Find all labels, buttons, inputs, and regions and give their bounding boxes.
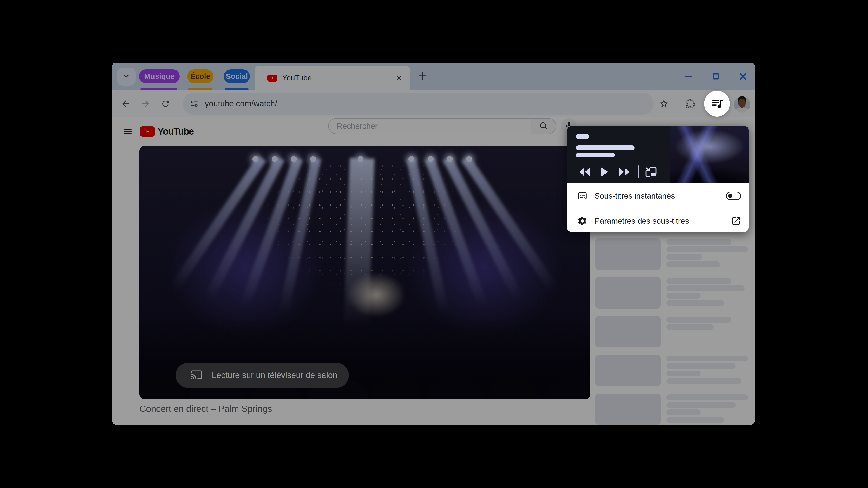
live-caption-icon xyxy=(577,191,588,201)
previous-track-button[interactable] xyxy=(575,164,594,180)
live-caption-label: Sous-titres instantanés xyxy=(594,191,726,200)
controls-divider xyxy=(638,165,639,178)
playback-controls xyxy=(575,164,659,180)
queue-music-icon xyxy=(710,96,724,111)
caption-settings-row[interactable]: Paramètres des sous-titres xyxy=(567,209,749,232)
gear-icon xyxy=(577,216,588,226)
live-caption-toggle-off[interactable] xyxy=(726,192,741,200)
skeleton-source-label xyxy=(576,134,589,139)
skeleton-track-title xyxy=(576,145,635,150)
skeleton-artist-name xyxy=(576,153,615,158)
browser-window: Musique École Social YouTube xyxy=(112,63,754,424)
global-media-controls-button[interactable] xyxy=(704,91,730,117)
play-button[interactable] xyxy=(594,164,614,180)
open-in-new-icon xyxy=(731,216,741,226)
caption-settings-label: Paramètres des sous-titres xyxy=(594,217,731,225)
album-artwork xyxy=(671,126,749,183)
picture-in-picture-button[interactable] xyxy=(643,164,659,180)
dim-overlay xyxy=(112,63,754,424)
media-controls-popup: Sous-titres instantanés Paramètres des s… xyxy=(567,126,749,232)
next-track-button[interactable] xyxy=(614,164,634,180)
live-caption-row[interactable]: Sous-titres instantanés xyxy=(567,183,749,208)
media-session-card xyxy=(567,126,749,183)
